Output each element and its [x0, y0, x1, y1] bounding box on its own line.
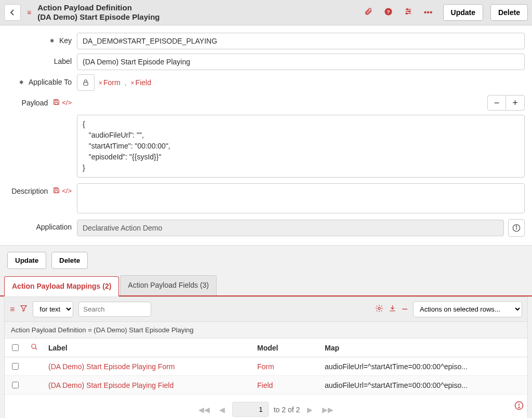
page-title: Action Payload Definition: [37, 3, 159, 12]
page-first-button[interactable]: ◀◀: [196, 406, 212, 414]
tab-mappings[interactable]: Action Payload Mappings (2): [4, 276, 119, 296]
row-map: audioFileUrl=^startAtTime=00:00:00^episo…: [320, 357, 527, 376]
row-model-link[interactable]: Field: [252, 376, 320, 395]
col-label[interactable]: Label: [43, 339, 252, 357]
remove-icon[interactable]: −: [402, 303, 408, 315]
chip-field[interactable]: ×Field: [131, 78, 151, 87]
description-label: Description </>: [7, 183, 77, 195]
menu-icon[interactable]: ≡: [26, 8, 32, 17]
svg-point-5: [408, 11, 410, 12]
key-input[interactable]: [77, 33, 525, 49]
payload-expand-button[interactable]: +: [506, 95, 525, 111]
payload-textarea[interactable]: [77, 115, 525, 178]
svg-text:?: ?: [387, 9, 390, 15]
mid-buttons: Update Delete: [0, 246, 532, 275]
page-prev-button[interactable]: ◀: [217, 406, 227, 414]
more-icon[interactable]: •••: [421, 8, 436, 17]
search-mode-select[interactable]: for text: [33, 301, 73, 317]
svg-point-16: [378, 307, 380, 309]
application-info-button[interactable]: [508, 219, 525, 237]
related-list: ≡ for text − Actions on selected rows...…: [4, 296, 528, 418]
list-breadcrumb[interactable]: Action Payload Definition = (DA Demo) St…: [5, 322, 527, 339]
select-all-checkbox[interactable]: [12, 344, 19, 351]
delete-button-header[interactable]: Delete: [490, 4, 528, 21]
svg-point-7: [406, 13, 407, 15]
update-button-header[interactable]: Update: [443, 4, 483, 21]
row-label-link[interactable]: (DA Demo) Start Episode Playing Field: [43, 376, 252, 395]
list-menu-icon[interactable]: ≡: [10, 305, 15, 314]
tabs-row: Action Payload Mappings (2) Action Paylo…: [0, 275, 532, 296]
save-icon[interactable]: [53, 187, 60, 195]
lock-icon: [82, 79, 89, 86]
warning-icon[interactable]: [514, 401, 524, 413]
label-input[interactable]: [77, 53, 525, 70]
col-map[interactable]: Map: [320, 339, 527, 357]
svg-point-15: [516, 226, 516, 226]
svg-line-18: [35, 348, 37, 350]
page-next-button[interactable]: ▶: [305, 406, 315, 414]
label-label: Label: [7, 53, 77, 65]
header-titles: Action Payload Definition (DA Demo) Star…: [37, 3, 159, 22]
applicable-label: Applicable To: [7, 74, 77, 86]
svg-rect-10: [55, 102, 58, 104]
description-label-text: Description: [11, 187, 48, 195]
chip-form[interactable]: ×Form: [99, 78, 121, 87]
row-label-link[interactable]: (DA Demo) Start Episode Playing Form: [43, 357, 252, 376]
chip-field-label: Field: [136, 78, 151, 87]
update-button-mid[interactable]: Update: [7, 252, 46, 269]
svg-rect-8: [84, 82, 88, 85]
svg-rect-11: [55, 188, 57, 190]
gear-icon[interactable]: [375, 304, 383, 315]
row-actions-select[interactable]: Actions on selected rows...: [413, 301, 522, 317]
list-search-input[interactable]: [78, 302, 151, 317]
data-table: Label Model Map (DA Demo) Start Episode …: [5, 339, 527, 395]
page-current-input[interactable]: [232, 402, 269, 417]
application-input: [77, 220, 504, 236]
help-icon[interactable]: ?: [381, 7, 396, 18]
svg-rect-12: [55, 191, 58, 193]
description-textarea[interactable]: [77, 183, 525, 213]
attachment-icon[interactable]: [361, 7, 376, 18]
page-header: ≡ Action Payload Definition (DA Demo) St…: [0, 0, 532, 25]
export-icon[interactable]: [389, 304, 396, 314]
svg-rect-9: [55, 100, 57, 101]
settings-sliders-icon[interactable]: [401, 7, 416, 18]
svg-point-3: [406, 9, 408, 10]
tab-fields[interactable]: Action Payload Fields (3): [120, 275, 217, 295]
payload-label: Payload </>: [7, 95, 77, 107]
row-search-icon[interactable]: [25, 339, 43, 357]
chip-form-label: Form: [103, 78, 121, 87]
row-checkbox[interactable]: [12, 363, 19, 370]
delete-button-mid[interactable]: Delete: [51, 252, 88, 269]
page-subtitle: (DA Demo) Start Episode Playing: [37, 12, 159, 22]
row-map: audioFileUrl=^startAtTime=00:00:00^episo…: [320, 376, 527, 395]
row-checkbox[interactable]: [12, 382, 19, 388]
payload-collapse-button[interactable]: −: [487, 95, 506, 111]
form-area: Key Label Applicable To ×Form, ×Field Pa…: [0, 25, 532, 246]
save-icon[interactable]: [53, 99, 60, 107]
filter-icon[interactable]: [20, 304, 28, 314]
code-icon[interactable]: </>: [62, 187, 72, 195]
list-toolbar: ≡ for text − Actions on selected rows...: [5, 297, 527, 322]
table-row: (DA Demo) Start Episode Playing Form For…: [5, 357, 527, 376]
table-row: (DA Demo) Start Episode Playing Field Fi…: [5, 376, 527, 395]
back-button[interactable]: [4, 4, 21, 21]
key-label: Key: [7, 33, 77, 45]
payload-label-text: Payload: [22, 99, 48, 107]
chevron-left-icon: [9, 9, 16, 16]
code-icon[interactable]: </>: [62, 99, 72, 107]
svg-point-17: [32, 344, 36, 348]
pager: ◀◀ ◀ to 2 of 2 ▶ ▶▶: [5, 395, 527, 418]
svg-point-21: [518, 407, 520, 408]
page-last-button[interactable]: ▶▶: [320, 406, 336, 414]
lock-button[interactable]: [77, 74, 95, 91]
info-icon: [512, 224, 521, 232]
row-model-link[interactable]: Form: [252, 357, 320, 376]
page-range: to 2 of 2: [274, 406, 300, 414]
col-model[interactable]: Model: [252, 339, 320, 357]
application-label: Application: [7, 219, 77, 231]
